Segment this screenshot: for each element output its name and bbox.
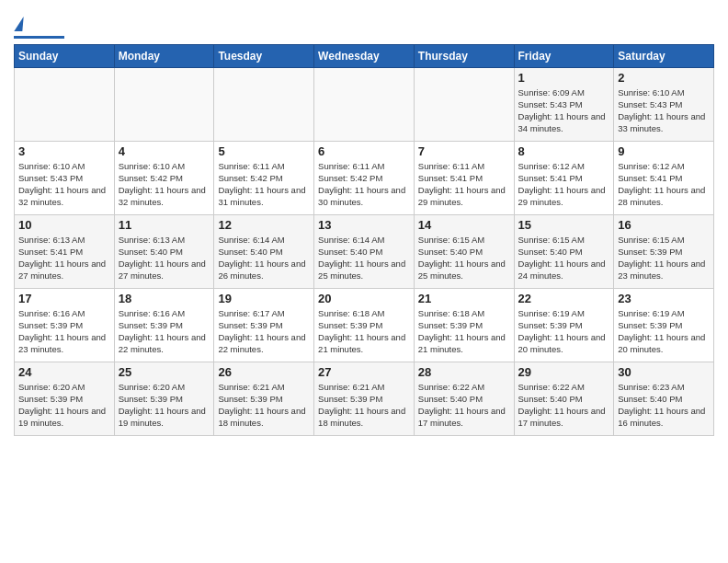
day-number: 22 [518,292,610,305]
day-number: 16 [618,218,710,232]
calendar-cell: 8Sunrise: 6:12 AM Sunset: 5:41 PM Daylig… [514,141,614,214]
calendar-cell: 1Sunrise: 6:09 AM Sunset: 5:43 PM Daylig… [514,67,614,141]
calendar-cell: 12Sunrise: 6:14 AM Sunset: 5:40 PM Dayli… [214,214,314,288]
day-number: 24 [18,365,110,379]
calendar-cell: 17Sunrise: 6:16 AM Sunset: 5:39 PM Dayli… [15,288,115,362]
logo [14,13,64,39]
day-number: 20 [318,292,410,305]
calendar-week-5: 24Sunrise: 6:20 AM Sunset: 5:39 PM Dayli… [15,362,714,435]
calendar-cell: 15Sunrise: 6:15 AM Sunset: 5:40 PM Dayli… [514,214,614,288]
day-number: 29 [518,365,610,379]
day-info: Sunrise: 6:20 AM Sunset: 5:39 PM Dayligh… [18,381,110,430]
calendar-cell: 2Sunrise: 6:10 AM Sunset: 5:43 PM Daylig… [614,67,714,141]
day-number: 4 [119,144,210,158]
calendar-week-3: 10Sunrise: 6:13 AM Sunset: 5:41 PM Dayli… [15,214,714,288]
day-info: Sunrise: 6:22 AM Sunset: 5:40 PM Dayligh… [418,381,510,430]
day-info: Sunrise: 6:11 AM Sunset: 5:42 PM Dayligh… [318,160,410,209]
day-info: Sunrise: 6:13 AM Sunset: 5:41 PM Dayligh… [18,234,110,282]
calendar-cell: 19Sunrise: 6:17 AM Sunset: 5:39 PM Dayli… [214,288,314,362]
day-info: Sunrise: 6:17 AM Sunset: 5:39 PM Dayligh… [218,307,310,356]
day-info: Sunrise: 6:21 AM Sunset: 5:39 PM Dayligh… [318,381,410,430]
day-number: 7 [418,144,510,158]
calendar-cell: 7Sunrise: 6:11 AM Sunset: 5:41 PM Daylig… [414,141,514,214]
calendar-cell [214,67,314,141]
day-info: Sunrise: 6:18 AM Sunset: 5:39 PM Dayligh… [418,307,510,356]
col-header-monday: Monday [114,44,214,67]
day-info: Sunrise: 6:12 AM Sunset: 5:41 PM Dayligh… [518,160,610,209]
calendar-cell: 29Sunrise: 6:22 AM Sunset: 5:40 PM Dayli… [514,362,614,435]
calendar-cell: 24Sunrise: 6:20 AM Sunset: 5:39 PM Dayli… [15,362,115,435]
col-header-sunday: Sunday [15,44,115,67]
calendar-table: SundayMondayTuesdayWednesdayThursdayFrid… [14,44,714,436]
day-info: Sunrise: 6:14 AM Sunset: 5:40 PM Dayligh… [218,234,310,282]
logo-underline [14,36,64,39]
calendar-week-4: 17Sunrise: 6:16 AM Sunset: 5:39 PM Dayli… [15,288,714,362]
day-info: Sunrise: 6:14 AM Sunset: 5:40 PM Dayligh… [318,234,410,282]
calendar-cell: 6Sunrise: 6:11 AM Sunset: 5:42 PM Daylig… [314,141,415,214]
calendar-cell: 4Sunrise: 6:10 AM Sunset: 5:42 PM Daylig… [114,141,214,214]
calendar-cell: 27Sunrise: 6:21 AM Sunset: 5:39 PM Dayli… [314,362,415,435]
day-number: 1 [518,71,610,85]
day-number: 15 [518,218,610,232]
calendar-cell: 20Sunrise: 6:18 AM Sunset: 5:39 PM Dayli… [314,288,415,362]
day-number: 18 [119,292,210,305]
day-number: 21 [418,292,510,305]
calendar-cell: 10Sunrise: 6:13 AM Sunset: 5:41 PM Dayli… [15,214,115,288]
calendar-cell: 18Sunrise: 6:16 AM Sunset: 5:39 PM Dayli… [114,288,214,362]
calendar-cell: 9Sunrise: 6:12 AM Sunset: 5:41 PM Daylig… [614,141,714,214]
day-number: 13 [318,218,410,232]
calendar-cell: 21Sunrise: 6:18 AM Sunset: 5:39 PM Dayli… [414,288,514,362]
day-info: Sunrise: 6:16 AM Sunset: 5:39 PM Dayligh… [18,307,110,356]
calendar-cell: 3Sunrise: 6:10 AM Sunset: 5:43 PM Daylig… [15,141,115,214]
day-info: Sunrise: 6:21 AM Sunset: 5:39 PM Dayligh… [218,381,310,430]
calendar-cell: 26Sunrise: 6:21 AM Sunset: 5:39 PM Dayli… [214,362,314,435]
day-number: 6 [318,144,410,158]
calendar-cell [314,67,415,141]
day-number: 27 [318,365,410,379]
day-info: Sunrise: 6:10 AM Sunset: 5:43 PM Dayligh… [18,160,110,209]
calendar-cell [15,67,115,141]
day-info: Sunrise: 6:18 AM Sunset: 5:39 PM Dayligh… [318,307,410,356]
col-header-tuesday: Tuesday [214,44,314,67]
calendar-cell [414,67,514,141]
calendar-cell: 22Sunrise: 6:19 AM Sunset: 5:39 PM Dayli… [514,288,614,362]
day-number: 11 [119,218,210,232]
calendar-cell: 14Sunrise: 6:15 AM Sunset: 5:40 PM Dayli… [414,214,514,288]
col-header-thursday: Thursday [414,44,514,67]
day-number: 28 [418,365,510,379]
day-info: Sunrise: 6:16 AM Sunset: 5:39 PM Dayligh… [119,307,210,356]
calendar-cell: 11Sunrise: 6:13 AM Sunset: 5:40 PM Dayli… [114,214,214,288]
calendar-cell: 28Sunrise: 6:22 AM Sunset: 5:40 PM Dayli… [414,362,514,435]
day-info: Sunrise: 6:19 AM Sunset: 5:39 PM Dayligh… [618,307,710,356]
day-info: Sunrise: 6:15 AM Sunset: 5:40 PM Dayligh… [418,234,510,282]
day-number: 3 [18,144,110,158]
day-info: Sunrise: 6:11 AM Sunset: 5:41 PM Dayligh… [418,160,510,209]
calendar-cell [114,67,214,141]
day-info: Sunrise: 6:19 AM Sunset: 5:39 PM Dayligh… [518,307,610,356]
calendar-header-row: SundayMondayTuesdayWednesdayThursdayFrid… [15,44,714,67]
col-header-saturday: Saturday [614,44,714,67]
day-number: 17 [18,292,110,305]
day-number: 23 [618,292,710,305]
day-info: Sunrise: 6:10 AM Sunset: 5:42 PM Dayligh… [119,160,210,209]
day-number: 25 [119,365,210,379]
day-number: 12 [218,218,310,232]
day-number: 8 [518,144,610,158]
day-info: Sunrise: 6:22 AM Sunset: 5:40 PM Dayligh… [518,381,610,430]
day-info: Sunrise: 6:09 AM Sunset: 5:43 PM Dayligh… [518,86,610,135]
day-number: 30 [618,365,710,379]
calendar-cell: 23Sunrise: 6:19 AM Sunset: 5:39 PM Dayli… [614,288,714,362]
day-number: 14 [418,218,510,232]
day-number: 26 [218,365,310,379]
day-info: Sunrise: 6:13 AM Sunset: 5:40 PM Dayligh… [119,234,210,282]
col-header-friday: Friday [514,44,614,67]
day-number: 9 [618,144,710,158]
logo-icon [14,17,23,31]
day-info: Sunrise: 6:23 AM Sunset: 5:40 PM Dayligh… [618,381,710,430]
calendar-cell: 5Sunrise: 6:11 AM Sunset: 5:42 PM Daylig… [214,141,314,214]
day-info: Sunrise: 6:15 AM Sunset: 5:40 PM Dayligh… [518,234,610,282]
day-number: 5 [218,144,310,158]
calendar-cell: 16Sunrise: 6:15 AM Sunset: 5:39 PM Dayli… [614,214,714,288]
day-number: 10 [18,218,110,232]
day-number: 2 [618,71,710,85]
